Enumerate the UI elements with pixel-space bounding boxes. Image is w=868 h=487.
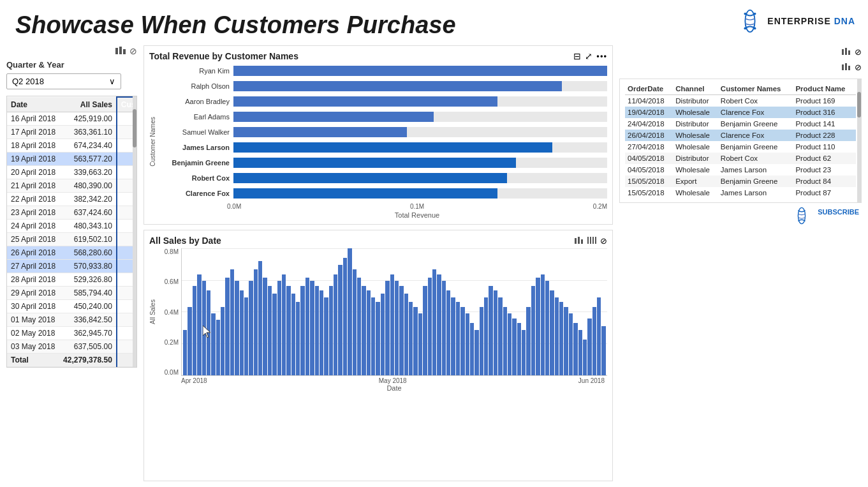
vbar-bar[interactable] [531, 286, 535, 375]
vbar-bar[interactable] [230, 269, 234, 375]
hbar-track[interactable] [233, 173, 607, 183]
vbar-bar[interactable] [244, 297, 248, 375]
vbar-bar[interactable] [494, 290, 497, 375]
vbar-bar[interactable] [522, 330, 526, 375]
vbar-bar[interactable] [362, 286, 365, 375]
vbar-bar[interactable] [484, 297, 488, 375]
vbar-bar[interactable] [569, 313, 573, 375]
vbar-bar[interactable] [343, 258, 347, 375]
hbar-track[interactable] [233, 158, 607, 168]
area-no-filter-icon[interactable]: ⊘ [600, 236, 607, 246]
vbar-bar[interactable] [353, 269, 357, 375]
subscribe-label[interactable]: SUBSCRIBE [818, 208, 859, 216]
right-no-filter-icon[interactable]: ⊘ [855, 47, 862, 57]
vbar-bar[interactable] [315, 286, 319, 375]
expand-icon[interactable]: ⤢ [585, 51, 592, 61]
bar-chart-icon2[interactable] [575, 236, 584, 246]
vbar-bar[interactable] [202, 281, 206, 375]
right-bar-icon[interactable] [842, 47, 851, 57]
vbar-bar[interactable] [300, 286, 304, 375]
vbar-bar[interactable] [193, 286, 196, 375]
vbar-bar[interactable] [508, 313, 511, 375]
vbar-bar[interactable] [442, 281, 446, 375]
vbar-bar[interactable] [470, 323, 474, 375]
vbar-bar[interactable] [254, 269, 258, 375]
hbar-track[interactable] [233, 66, 607, 76]
vbar-bar[interactable] [550, 290, 554, 375]
vbar-bar[interactable] [432, 269, 436, 375]
scroll-bar[interactable] [133, 96, 136, 367]
vbar-bar[interactable] [291, 294, 295, 375]
hbar-track[interactable] [233, 81, 607, 91]
vbar-bar[interactable] [188, 307, 191, 375]
slicer-no-filter-icon[interactable]: ⊘ [129, 46, 137, 56]
vbar-bar[interactable] [587, 318, 591, 375]
hbar-track[interactable] [233, 142, 607, 153]
vbar-bar[interactable] [334, 274, 337, 375]
vbar-bar[interactable] [395, 281, 399, 375]
hbar-track[interactable] [233, 112, 607, 122]
vbar-bar[interactable] [320, 290, 323, 375]
vbar-bar[interactable] [423, 286, 427, 375]
right-bar-icon2[interactable] [842, 63, 851, 72]
vbar-bar[interactable] [564, 307, 568, 375]
vbar-bar[interactable] [592, 307, 596, 375]
vbar-bar[interactable] [183, 330, 187, 375]
filter-icon[interactable]: ⊟ [573, 51, 581, 61]
vbar-bar[interactable] [324, 297, 328, 375]
vbar-bar[interactable] [601, 326, 605, 375]
vbar-bar[interactable] [413, 307, 417, 375]
vbar-bar[interactable] [460, 307, 464, 375]
vbar-bar[interactable] [418, 313, 422, 375]
vbar-bar[interactable] [555, 297, 559, 375]
vbar-bar[interactable] [268, 286, 272, 375]
vbar-bar[interactable] [583, 340, 587, 375]
vbar-bar[interactable] [390, 274, 394, 375]
vbar-bar[interactable] [272, 294, 276, 375]
slicer-dropdown[interactable]: Q2 2018 ∨ [6, 73, 121, 89]
vbar-bar[interactable] [211, 313, 215, 375]
vbar-bar[interactable] [578, 330, 582, 375]
hbar-track[interactable] [233, 127, 607, 137]
vbar-bar[interactable] [221, 307, 224, 375]
vbar-bar[interactable] [235, 281, 239, 375]
vbar-bar[interactable] [367, 290, 371, 375]
vbar-bar[interactable] [503, 307, 507, 375]
vbar-bar[interactable] [258, 261, 262, 375]
vbar-bar[interactable] [545, 281, 549, 375]
vbar-bar[interactable] [277, 281, 281, 375]
vbar-bar[interactable] [381, 294, 385, 375]
vbar-bar[interactable] [249, 281, 253, 375]
vbar-bar[interactable] [385, 281, 389, 375]
vbar-bar[interactable] [451, 297, 455, 375]
line-chart-icon[interactable] [587, 236, 596, 246]
vbar-bar[interactable] [498, 297, 502, 375]
more-icon[interactable]: ••• [596, 52, 607, 61]
vbar-bar[interactable] [348, 248, 351, 375]
vbar-bar[interactable] [456, 302, 460, 375]
vbar-bar[interactable] [536, 278, 540, 375]
slicer-bar-chart-icon[interactable] [115, 45, 126, 56]
vbar-bar[interactable] [474, 330, 478, 375]
vbar-bar[interactable] [286, 286, 290, 375]
vbar-bar[interactable] [489, 286, 492, 375]
vbar-bar[interactable] [216, 320, 220, 375]
vbar-bar[interactable] [573, 323, 577, 375]
vbar-bar[interactable] [404, 294, 408, 375]
vbar-bar[interactable] [263, 278, 267, 375]
vbar-bar[interactable] [437, 274, 441, 375]
vbar-bar[interactable] [466, 313, 469, 375]
vbar-bar[interactable] [329, 286, 333, 375]
vbar-bar[interactable] [338, 265, 342, 375]
vbar-bar[interactable] [526, 307, 530, 375]
vbar-bar[interactable] [376, 302, 379, 375]
right-no-filter-icon2[interactable]: ⊘ [855, 63, 862, 72]
vbar-bar[interactable] [240, 290, 244, 375]
vbar-bar[interactable] [282, 274, 286, 375]
vbar-bar[interactable] [446, 290, 450, 375]
vbar-bar[interactable] [399, 286, 403, 375]
vbar-bar[interactable] [357, 278, 361, 375]
hbar-track[interactable] [233, 188, 607, 199]
vbar-bar[interactable] [225, 278, 229, 375]
vbar-bar[interactable] [296, 302, 300, 375]
